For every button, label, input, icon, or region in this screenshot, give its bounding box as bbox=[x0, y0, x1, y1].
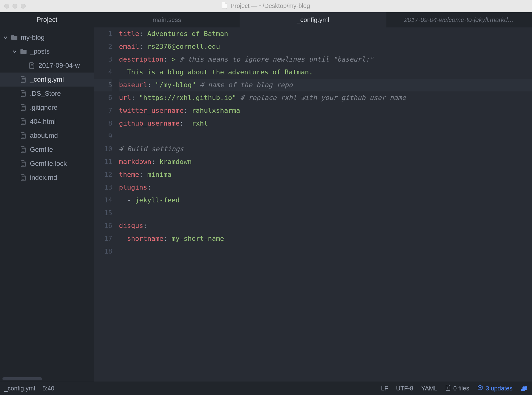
status-updates-label: 3 updates bbox=[486, 385, 512, 392]
code-line[interactable]: url: "https://rxhl.github.io" # replace … bbox=[119, 91, 532, 104]
tab-main-scss[interactable]: main.scss bbox=[94, 12, 240, 27]
status-updates[interactable]: 3 updates bbox=[477, 385, 512, 392]
line-number[interactable]: 16 bbox=[94, 219, 112, 232]
tree-item-label: _posts bbox=[30, 48, 50, 55]
line-number[interactable]: 5 bbox=[94, 79, 112, 91]
tree-file-gemfile[interactable]: Gemfile bbox=[0, 143, 94, 157]
status-cursor-position[interactable]: 5:40 bbox=[42, 385, 54, 392]
project-sidebar[interactable]: my-blog_posts2017-09-04-w_config.yml.DS_… bbox=[0, 27, 94, 382]
tree-item-label: index.md bbox=[30, 174, 57, 182]
code-line[interactable] bbox=[119, 130, 532, 143]
tab-label: 2017-09-04-welcome-to-jekyll.markd… bbox=[404, 16, 514, 23]
window-title-text: Project — ~/Desktop/my-blog bbox=[231, 2, 310, 9]
tree-item-label: 404.html bbox=[30, 118, 56, 126]
code-line[interactable]: markdown: kramdown bbox=[119, 155, 532, 168]
folder-icon bbox=[20, 49, 27, 54]
tab-2017-09-04-welcome-to-jekyll-markd-[interactable]: 2017-09-04-welcome-to-jekyll.markd… bbox=[386, 12, 532, 27]
tree-file-about-md[interactable]: about.md bbox=[0, 129, 94, 143]
tree-folder--posts[interactable]: _posts bbox=[0, 44, 94, 59]
file-icon bbox=[20, 90, 27, 97]
sidebar-title: Project bbox=[0, 12, 94, 27]
line-number[interactable]: 3 bbox=[94, 53, 112, 66]
window-titlebar: Project — ~/Desktop/my-blog bbox=[0, 0, 532, 12]
line-number[interactable]: 6 bbox=[94, 91, 112, 104]
status-files-label: 0 files bbox=[453, 385, 469, 392]
code-line[interactable]: email: rs2376@cornell.edu bbox=[119, 40, 532, 53]
code-line[interactable] bbox=[119, 207, 532, 219]
line-number[interactable]: 8 bbox=[94, 117, 112, 130]
line-number[interactable]: 4 bbox=[94, 66, 112, 79]
code-line[interactable]: disqus: bbox=[119, 219, 532, 232]
file-icon bbox=[20, 104, 27, 111]
tree-file-gemfile-lock[interactable]: Gemfile.lock bbox=[0, 157, 94, 171]
window-title: Project — ~/Desktop/my-blog bbox=[222, 2, 310, 10]
minimize-window-button[interactable] bbox=[13, 4, 17, 9]
code-line[interactable]: description: > # this means to ignore ne… bbox=[119, 53, 532, 66]
status-filename[interactable]: _config.yml bbox=[4, 385, 35, 392]
line-number[interactable]: 7 bbox=[94, 104, 112, 117]
chevron-icon bbox=[12, 50, 17, 53]
code-line[interactable]: title: Adventures of Batman bbox=[119, 27, 532, 40]
file-icon bbox=[20, 174, 27, 181]
status-encoding[interactable]: UTF-8 bbox=[396, 385, 413, 392]
code-line[interactable]: This is a blog about the adventures of B… bbox=[119, 66, 532, 79]
document-icon bbox=[222, 2, 228, 10]
line-number[interactable]: 9 bbox=[94, 130, 112, 143]
line-number[interactable]: 10 bbox=[94, 143, 112, 155]
code-line[interactable]: twitter_username: rahulxsharma bbox=[119, 104, 532, 117]
file-icon bbox=[20, 76, 27, 83]
file-diff-icon bbox=[445, 385, 451, 392]
status-bar: _config.yml 5:40 LF UTF-8 YAML 0 files 3… bbox=[0, 382, 532, 395]
status-files[interactable]: 0 files bbox=[445, 385, 469, 392]
code-line[interactable]: baseurl: "/my-blog" # name of the blog r… bbox=[119, 79, 532, 91]
close-window-button[interactable] bbox=[4, 4, 9, 9]
package-icon bbox=[477, 385, 483, 392]
code-editor[interactable]: 123456789101112131415161718 title: Adven… bbox=[94, 27, 532, 382]
tab--config-yml[interactable]: _config.yml bbox=[240, 12, 386, 27]
tree-item-label: 2017-09-04-w bbox=[38, 62, 80, 69]
chevron-icon bbox=[3, 36, 8, 39]
tree-folder-my-blog[interactable]: my-blog bbox=[0, 30, 94, 44]
code-line[interactable] bbox=[119, 245, 532, 258]
line-number[interactable]: 11 bbox=[94, 155, 112, 168]
line-number[interactable]: 1 bbox=[94, 27, 112, 40]
code-line[interactable]: shortname: my-short-name bbox=[119, 232, 532, 245]
tree-item-label: _config.yml bbox=[30, 76, 64, 84]
tree-file--config-yml[interactable]: _config.yml bbox=[0, 73, 94, 87]
tree-item-label: .DS_Store bbox=[30, 90, 61, 98]
line-number[interactable]: 13 bbox=[94, 181, 112, 194]
editor-tabs: main.scss_config.yml2017-09-04-welcome-t… bbox=[94, 12, 532, 27]
line-number[interactable]: 14 bbox=[94, 194, 112, 207]
code-line[interactable]: github_username: rxhl bbox=[119, 117, 532, 130]
code-line[interactable]: # Build settings bbox=[119, 143, 532, 155]
tree-item-label: about.md bbox=[30, 132, 58, 140]
tab-label: main.scss bbox=[153, 16, 181, 23]
tree-file-index-md[interactable]: index.md bbox=[0, 171, 94, 185]
tree-file-2017-09-04-w[interactable]: 2017-09-04-w bbox=[0, 59, 94, 73]
editor-code-area[interactable]: title: Adventures of Batmanemail: rs2376… bbox=[118, 27, 532, 382]
code-line[interactable]: theme: minima bbox=[119, 168, 532, 181]
file-icon bbox=[20, 146, 27, 153]
line-number[interactable]: 18 bbox=[94, 245, 112, 258]
file-icon bbox=[20, 160, 27, 167]
tree-file--ds-store[interactable]: .DS_Store bbox=[0, 87, 94, 101]
tree-file-404-html[interactable]: 404.html bbox=[0, 115, 94, 129]
sidebar-scrollbar[interactable] bbox=[2, 377, 42, 380]
line-number[interactable]: 12 bbox=[94, 168, 112, 181]
folder-icon bbox=[11, 35, 18, 40]
traffic-lights bbox=[0, 4, 26, 9]
status-language[interactable]: YAML bbox=[421, 385, 437, 392]
tree-file--gitignore[interactable]: .gitignore bbox=[0, 101, 94, 115]
line-number[interactable]: 2 bbox=[94, 40, 112, 53]
line-number[interactable]: 17 bbox=[94, 232, 112, 245]
line-number[interactable]: 15 bbox=[94, 207, 112, 219]
code-line[interactable]: plugins: bbox=[119, 181, 532, 194]
file-icon bbox=[29, 62, 35, 69]
maximize-window-button[interactable] bbox=[21, 4, 26, 9]
squirrel-icon[interactable] bbox=[520, 385, 528, 392]
tab-label: _config.yml bbox=[297, 16, 329, 23]
tree-item-label: Gemfile bbox=[30, 146, 53, 154]
tree-item-label: .gitignore bbox=[30, 104, 58, 112]
code-line[interactable]: - jekyll-feed bbox=[119, 194, 532, 207]
status-line-ending[interactable]: LF bbox=[381, 385, 388, 392]
